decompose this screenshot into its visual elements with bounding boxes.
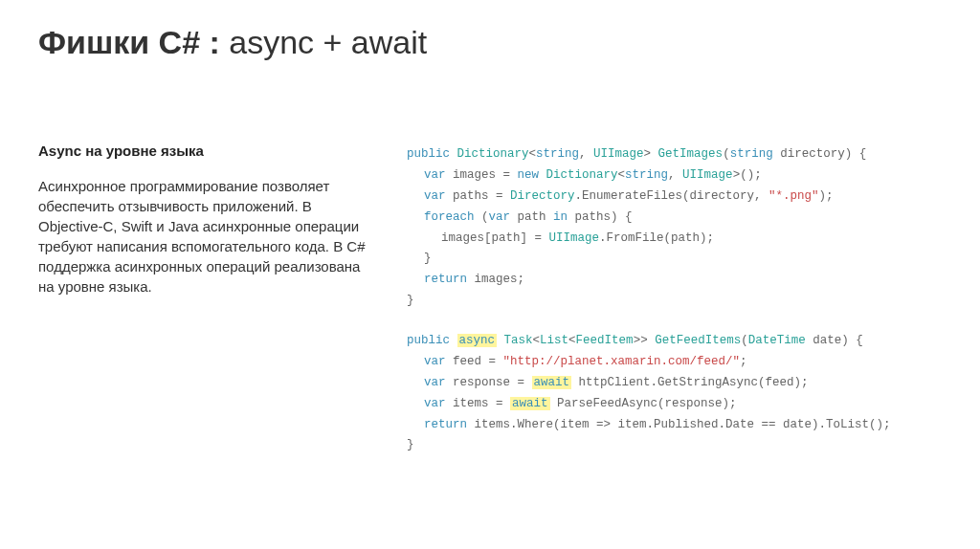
code-line: return items.Where(item => item.Publishe… [407,415,942,436]
code-line: var response = await httpClient.GetStrin… [407,373,942,394]
code-line: return images; [407,270,942,291]
code-line: public Dictionary<string, UIImage> GetIm… [407,144,942,165]
left-subtitle: Async на уровне языка [38,143,378,159]
code-line: var images = new Dictionary<string, UIIm… [407,165,942,187]
code-line: images[path] = UIImage.FromFile(path); [407,229,942,250]
blank-line [407,312,942,331]
code-line: foreach (var path in paths) { [407,208,942,229]
content-area: Async на уровне языка Асинхронное програ… [38,143,942,456]
code-line: } [407,291,942,312]
code-line: var feed = "http://planet.xamarin.com/fe… [407,352,942,373]
title-rest: async + await [220,24,427,60]
code-block: public Dictionary<string, UIImage> GetIm… [407,143,942,456]
code-line: } [407,249,942,270]
code-line: public async Task<List<FeedItem>> GetFee… [407,331,942,352]
left-column: Async на уровне языка Асинхронное програ… [38,143,378,456]
code-line: } [407,435,942,456]
left-body: Асинхронное программирование позволяет о… [38,176,378,296]
title-bold: Фишки C# : [38,24,220,60]
code-line: var items = await ParseFeedAsync(respons… [407,394,942,415]
slide-title: Фишки C# : async + await [38,24,942,61]
code-line: var paths = Directory.EnumerateFiles(dir… [407,187,942,208]
